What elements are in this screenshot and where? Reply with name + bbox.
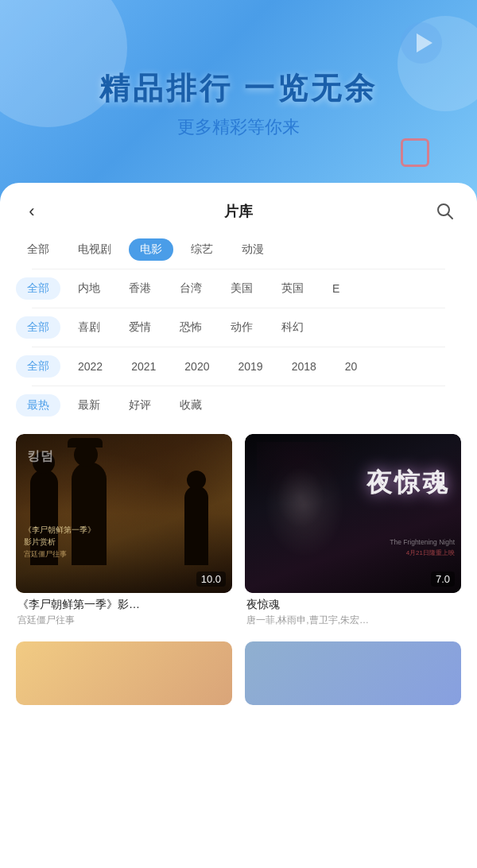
filter-type-movie[interactable]: 电影 bbox=[129, 238, 173, 261]
play-icon bbox=[401, 22, 442, 64]
filter-genre-horror[interactable]: 恐怖 bbox=[169, 316, 213, 339]
filter-year-2019[interactable]: 2019 bbox=[227, 356, 273, 377]
page-title: 片库 bbox=[224, 202, 253, 221]
hero-decoration-square bbox=[401, 138, 429, 167]
divider-2 bbox=[32, 308, 445, 308]
filter-genre-comedy[interactable]: 喜剧 bbox=[67, 316, 111, 339]
back-button[interactable]: ‹ bbox=[19, 199, 45, 224]
movie-title-1: 夜惊魂 bbox=[246, 598, 460, 612]
filter-sort-favorite[interactable]: 收藏 bbox=[169, 394, 213, 417]
region-filter-row: 全部 内地 香港 台湾 美国 英国 E bbox=[16, 273, 461, 304]
filter-year-more[interactable]: 20 bbox=[334, 356, 369, 377]
filter-type-anime[interactable]: 动漫 bbox=[231, 238, 275, 261]
filter-sort-rating[interactable]: 好评 bbox=[118, 394, 162, 417]
movie-card-partial-0[interactable] bbox=[16, 641, 232, 705]
filter-region-hongkong[interactable]: 香港 bbox=[118, 277, 162, 300]
movie-info-1: 夜惊魂 唐一菲,林雨申,曹卫宇,朱宏… bbox=[245, 593, 461, 629]
movie-card-1[interactable]: 夜惊魂 The Frightening Night4月21日隆重上映 7.0 夜… bbox=[245, 434, 461, 629]
filter-region-other[interactable]: E bbox=[321, 278, 351, 299]
genre-filter-row: 全部 喜剧 爱情 恐怖 动作 科幻 bbox=[16, 312, 461, 343]
movie-poster-0: 킹덤 《李尸朝鲜第一季》影片赏析宫廷僵尸往事 10.0 bbox=[16, 434, 232, 593]
filter-type-all[interactable]: 全部 bbox=[16, 238, 60, 261]
filter-region-taiwan[interactable]: 台湾 bbox=[169, 277, 213, 300]
filter-region-all[interactable]: 全部 bbox=[16, 277, 60, 300]
movie-sub-1: 唐一菲,林雨申,曹卫宇,朱宏… bbox=[246, 614, 460, 627]
filter-year-2020[interactable]: 2020 bbox=[173, 356, 220, 377]
filter-genre-romance[interactable]: 爱情 bbox=[118, 316, 162, 339]
movie-grid: 킹덤 《李尸朝鲜第一季》影片赏析宫廷僵尸往事 10.0 《李尸朝鲜第一季》影… … bbox=[0, 421, 477, 629]
search-button[interactable] bbox=[432, 199, 458, 224]
movie-poster-1: 夜惊魂 The Frightening Night4月21日隆重上映 7.0 bbox=[245, 434, 461, 593]
movie-info-0: 《李尸朝鲜第一季》影… 宫廷僵尸往事 bbox=[16, 593, 232, 629]
movie-overlay-text-0: 《李尸朝鲜第一季》影片赏析宫廷僵尸往事 bbox=[24, 524, 224, 560]
filter-type-variety[interactable]: 综艺 bbox=[180, 238, 224, 261]
divider-4 bbox=[32, 386, 445, 386]
movie-horror-title: 夜惊魂 bbox=[366, 466, 450, 501]
movie-title-0: 《李尸朝鲜第一季》影… bbox=[17, 598, 231, 612]
divider-1 bbox=[32, 269, 445, 269]
movie-score-0: 10.0 bbox=[196, 572, 226, 587]
search-icon bbox=[436, 203, 454, 220]
movie-sub-0: 宫廷僵尸往事 bbox=[17, 614, 231, 627]
movie-card-partial-1[interactable] bbox=[245, 641, 461, 705]
filter-section: 全部 电视剧 电影 综艺 动漫 全部 内地 香港 台湾 美国 英国 E 全部 喜… bbox=[0, 234, 477, 421]
filter-genre-action[interactable]: 动作 bbox=[219, 316, 264, 339]
filter-genre-scifi[interactable]: 科幻 bbox=[270, 316, 315, 339]
content-card: ‹ 片库 全部 电视剧 电影 综艺 动漫 全部 内地 香港 台湾 美国 英国 bbox=[0, 183, 477, 868]
hero-title-main: 精品排行 一览无余 bbox=[99, 68, 378, 109]
filter-sort-new[interactable]: 最新 bbox=[67, 394, 111, 417]
movie-card-0[interactable]: 킹덤 《李尸朝鲜第一季》影片赏析宫廷僵尸往事 10.0 《李尸朝鲜第一季》影… … bbox=[16, 434, 232, 629]
movie-horror-english: The Frightening Night4月21日隆重上映 bbox=[390, 537, 455, 558]
hero-title-sub: 更多精彩等你来 bbox=[177, 115, 300, 139]
filter-region-usa[interactable]: 美国 bbox=[219, 277, 264, 300]
filter-year-2018[interactable]: 2018 bbox=[281, 356, 328, 377]
top-nav: ‹ 片库 bbox=[0, 183, 477, 234]
year-filter-row: 全部 2022 2021 2020 2019 2018 20 bbox=[16, 351, 461, 382]
movie-score-1: 7.0 bbox=[431, 572, 455, 587]
filter-sort-hot[interactable]: 最热 bbox=[16, 394, 60, 417]
divider-3 bbox=[32, 347, 445, 347]
hero-banner: 精品排行 一览无余 更多精彩等你来 bbox=[0, 0, 477, 207]
svg-line-3 bbox=[448, 215, 453, 219]
filter-year-2022[interactable]: 2022 bbox=[67, 356, 114, 377]
filter-type-tv[interactable]: 电视剧 bbox=[67, 238, 122, 261]
movie-korean-text: 킹덤 bbox=[27, 448, 54, 465]
sort-filter-row: 最热 最新 好评 收藏 bbox=[16, 389, 461, 421]
filter-year-2021[interactable]: 2021 bbox=[120, 356, 167, 377]
filter-region-uk[interactable]: 英国 bbox=[270, 277, 315, 300]
filter-genre-all[interactable]: 全部 bbox=[16, 316, 60, 339]
filter-year-all[interactable]: 全部 bbox=[16, 355, 60, 378]
type-filter-row: 全部 电视剧 电影 综艺 动漫 bbox=[16, 234, 461, 265]
filter-region-mainland[interactable]: 内地 bbox=[67, 277, 111, 300]
